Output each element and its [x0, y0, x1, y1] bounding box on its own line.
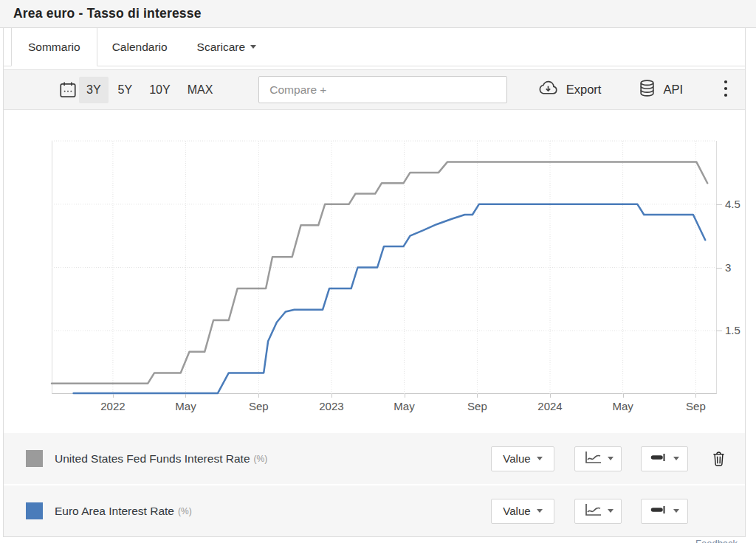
x-axis-label: Sep — [233, 400, 284, 412]
database-icon — [638, 78, 656, 101]
x-axis-tick — [550, 394, 551, 398]
delete-series-button[interactable] — [711, 450, 726, 467]
chevron-down-icon — [673, 457, 679, 460]
range-selector: 3Y 5Y 10Y MAX — [79, 77, 220, 103]
tab-download[interactable]: Scaricare — [182, 28, 271, 66]
x-axis-label: Sep — [670, 400, 721, 412]
x-axis-label: May — [597, 400, 649, 412]
line-style-dropdown[interactable] — [641, 499, 688, 524]
y-axis-label: 4.5 — [725, 198, 740, 210]
feedback-link[interactable]: Feedback — [695, 538, 738, 543]
range-max-button[interactable]: MAX — [180, 77, 221, 103]
x-axis-label: May — [159, 400, 211, 412]
x-axis-tick — [258, 394, 259, 398]
chevron-down-icon — [608, 509, 614, 513]
x-axis-tick — [477, 394, 478, 398]
y-axis-label: 3 — [725, 261, 731, 274]
x-axis-tick — [331, 394, 332, 398]
tab-calendar-label: Calendario — [112, 41, 168, 54]
chevron-down-icon — [537, 509, 543, 513]
value-dropdown[interactable]: Value — [491, 446, 554, 471]
x-axis-tick — [695, 394, 696, 398]
chevron-down-icon — [537, 457, 543, 460]
line-chart-icon — [583, 502, 602, 520]
y-axis-tick — [716, 331, 722, 331]
line-chart — [4, 110, 745, 433]
x-axis-tick — [113, 394, 114, 398]
x-axis-label: 2024 — [524, 400, 576, 412]
chevron-down-icon — [608, 457, 614, 460]
legend-row-euro: Euro Area Interest Rate (%) Value — [4, 485, 745, 536]
chart-toolbar: 3Y 5Y 10Y MAX Export — [4, 69, 745, 110]
x-axis-tick — [623, 394, 624, 398]
x-axis-label: May — [379, 400, 430, 412]
tab-row: Sommario Calendario Scaricare — [4, 28, 745, 66]
x-axis-tick — [405, 394, 405, 398]
chevron-down-icon — [673, 509, 679, 513]
series-unit: (%) — [178, 506, 192, 516]
line-style-icon — [650, 505, 668, 518]
api-label: API — [663, 83, 683, 97]
export-label: Export — [566, 83, 602, 97]
x-axis-label: Sep — [451, 400, 503, 412]
line-chart-icon — [583, 450, 602, 468]
chart-area[interactable]: 2022MaySep2023MaySep2024MaySep1.534.5 — [4, 110, 745, 433]
tab-summary[interactable]: Sommario — [11, 28, 97, 66]
tab-summary-label: Sommario — [28, 41, 80, 54]
range-10y-button[interactable]: 10Y — [142, 77, 177, 103]
value-dropdown-label: Value — [503, 505, 530, 517]
legend-row-us: United States Fed Funds Interest Rate (%… — [4, 433, 745, 484]
series-color-swatch — [26, 450, 43, 467]
series-label: United States Fed Funds Interest Rate — [55, 452, 250, 466]
compare-input[interactable] — [258, 76, 507, 103]
line-style-dropdown[interactable] — [641, 446, 688, 471]
page-title: Area euro - Tasso di interesse — [13, 6, 202, 21]
series-label: Euro Area Interest Rate — [55, 505, 174, 518]
series-color-swatch — [26, 502, 43, 519]
value-dropdown-label: Value — [503, 452, 530, 465]
export-button[interactable]: Export — [537, 80, 602, 100]
y-axis-tick — [716, 204, 722, 205]
range-5y-button[interactable]: 5Y — [111, 77, 140, 103]
toolbar-right: Export API — [537, 77, 733, 103]
calendar-icon[interactable] — [58, 80, 78, 100]
chart-type-dropdown[interactable] — [574, 499, 622, 524]
title-bar: Area euro - Tasso di interesse — [0, 0, 756, 28]
y-axis-label: 1.5 — [725, 324, 740, 336]
x-axis-tick — [185, 394, 186, 398]
api-button[interactable]: API — [638, 78, 683, 101]
line-style-icon — [650, 452, 668, 466]
tab-calendar[interactable]: Calendario — [97, 28, 182, 66]
chart-widget: Sommario Calendario Scaricare 3Y 5Y 10Y — [3, 28, 746, 537]
kebab-menu-icon[interactable] — [718, 77, 733, 103]
value-dropdown[interactable]: Value — [491, 499, 554, 524]
x-axis-label: 2023 — [306, 400, 357, 412]
chart-type-dropdown[interactable] — [574, 446, 622, 471]
y-axis-tick — [716, 268, 722, 269]
chevron-down-icon — [250, 45, 256, 49]
tab-download-label: Scaricare — [197, 41, 245, 54]
x-axis-label: 2022 — [87, 400, 139, 412]
series-unit: (%) — [254, 454, 268, 464]
export-cloud-download-icon — [537, 80, 560, 100]
range-3y-button[interactable]: 3Y — [79, 77, 109, 103]
legend-section: United States Fed Funds Interest Rate (%… — [4, 433, 745, 536]
